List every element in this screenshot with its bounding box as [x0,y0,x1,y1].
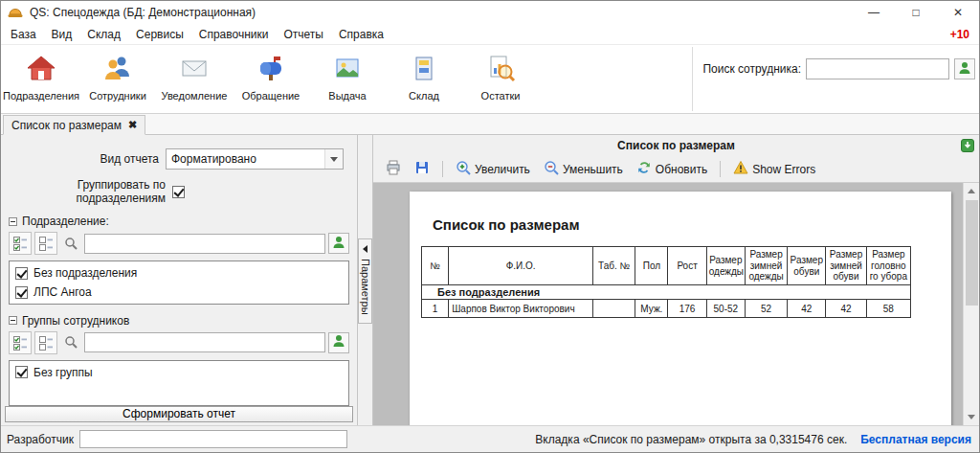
employee-search-input[interactable] [806,58,949,79]
refresh-button[interactable]: Обновить [632,157,712,181]
item-checkbox[interactable] [15,366,28,378]
green-person-icon [332,334,345,351]
toolbar-separator [720,161,721,177]
check-all-button[interactable] [9,232,32,255]
toolbar-label: Сотрудники [89,90,146,102]
titlebar: QS: Спецодежда (БД: Демонстрационная) — … [1,1,979,24]
employee-search-area: Поиск сотрудника: [692,47,979,111]
menu-base[interactable]: База [3,25,44,44]
mailbox-icon [256,53,286,86]
toolbar-warehouse-button[interactable]: Склад [386,47,462,111]
group-by-checkbox[interactable] [172,186,185,198]
generate-report-button[interactable]: Сформировать отчет [5,406,353,422]
column-header: Размер головно го убора [866,247,910,285]
tab-size-list[interactable]: Список по размерам ✖ [3,115,145,135]
department-section-toolbar [9,232,349,255]
close-button[interactable]: ✕ [937,1,979,24]
minimize-button[interactable]: — [853,1,895,24]
panel-splitter[interactable]: Параметры [358,135,373,425]
column-header: Ф.И.О. [449,247,593,285]
update-badge[interactable]: +10 [950,28,969,41]
item-label: Без группы [33,366,93,379]
print-button[interactable] [381,157,406,181]
refresh-icon [636,160,652,178]
combo-dropdown-button[interactable] [324,149,343,169]
menu-otchety[interactable]: Отчеты [276,25,330,44]
toolbar-notification-button[interactable]: Уведомление [156,47,233,111]
vertical-scrollbar[interactable] [963,183,979,425]
group-by-label: Группировать по подразделениям [1,178,172,205]
groups-apply-button[interactable] [328,332,349,353]
menu-spravochniki[interactable]: Справочники [191,25,277,44]
cell-tab-number [593,300,635,318]
department-apply-button[interactable] [328,233,349,254]
item-checkbox[interactable] [15,267,28,280]
show-errors-button[interactable]: Show Errors [728,157,820,181]
window-controls: — □ ✕ [853,1,979,24]
employee-search-label: Поиск сотрудника: [702,58,801,76]
panel-green-icon[interactable] [961,139,974,155]
toolbar-separator [442,161,443,177]
parameters-collapse-tab[interactable]: Параметры [358,238,372,324]
group-label: Без подразделения [422,285,911,300]
house-icon [26,53,56,86]
item-label: ЛПС Ангоа [33,285,92,299]
department-filter-input[interactable] [84,234,325,254]
scrollbar-thumb[interactable] [966,200,978,306]
department-list: Без подразделения ЛПС Ангоа [9,260,349,305]
report-type-combobox[interactable]: Форматировано [166,148,344,170]
toolbar-departments-button[interactable]: Подразделения [3,47,79,111]
maximize-button[interactable]: □ [895,1,937,24]
report-title: Список по размерам [433,216,940,233]
menu-vid[interactable]: Вид [44,25,80,44]
menu-servisy[interactable]: Сервисы [128,25,191,44]
report-type-row: Вид отчета Форматировано [1,148,349,170]
scroll-down-icon[interactable] [964,409,980,425]
toolbar-stock-button[interactable]: Остатки [462,47,539,111]
tab-close-icon[interactable]: ✖ [128,119,137,131]
toolbar-employees-button[interactable]: Сотрудники [79,47,156,111]
zoom-in-button[interactable]: Увеличить [451,157,535,181]
column-header: Размер зимней одежды [745,247,787,285]
splitter-label: Параметры [360,259,371,315]
green-person-icon [332,236,345,252]
uncheck-all-button[interactable] [34,331,57,354]
warning-icon [733,160,748,178]
menu-spravka[interactable]: Справка [331,25,391,44]
check-all-button[interactable] [9,331,32,354]
report-type-value: Форматировано [167,152,324,166]
menu-sklad[interactable]: Склад [79,25,128,44]
zoom-out-button[interactable]: Уменьшить [539,157,628,181]
column-header: Размер обуви [788,247,826,285]
people-icon [102,53,133,86]
list-item[interactable]: Без подразделения [11,263,346,283]
printer-icon [386,160,401,178]
list-item[interactable]: ЛПС Ангоа [11,283,346,302]
collapse-arrow-icon [363,245,368,253]
employee-search-go-button[interactable] [954,58,975,79]
report-panel-title: Список по размерам [617,139,735,152]
item-checkbox[interactable] [15,286,28,299]
free-version-link[interactable]: Бесплатная версия [860,433,971,446]
collapse-icon[interactable] [9,217,17,226]
scroll-up-icon[interactable] [964,183,980,199]
collapse-icon[interactable] [9,316,17,325]
toolbar-label: Подразделения [3,90,79,102]
cell-winter-clothes-size: 52 [745,300,787,318]
department-section-title: Подразделение: [22,215,109,228]
uncheck-all-button[interactable] [34,232,57,255]
toolbar-appeal-button[interactable]: Обращение [233,47,309,111]
app-window: QS: Спецодежда (БД: Демонстрационная) — … [0,0,980,453]
list-item[interactable]: Без группы [11,363,346,382]
developer-input[interactable] [79,430,347,448]
toolbar-label: Уведомление [162,90,228,102]
report-toolbar: Увеличить Уменьшить Обновить [373,156,979,182]
tab-label: Список по размерам [11,119,122,132]
save-button[interactable] [410,157,434,181]
toolbar-label: Обращение [242,90,300,102]
refresh-label: Обновить [656,163,707,176]
groups-filter-input[interactable] [84,332,325,352]
groups-section-toolbar [9,331,349,354]
toolbar-issue-button[interactable]: Выдача [309,47,386,111]
groups-section-header: Группы сотрудников [9,314,349,328]
